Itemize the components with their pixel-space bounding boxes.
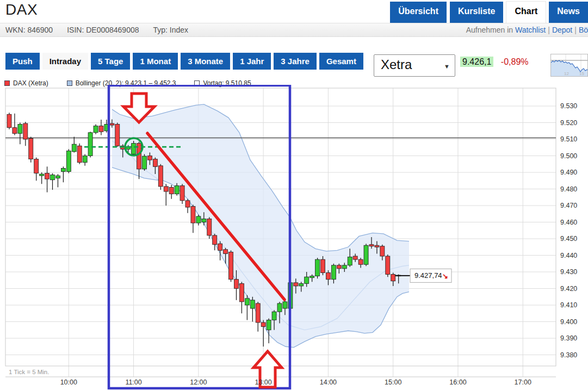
svg-text:9.480: 9.480 [560, 185, 577, 193]
intraday-candlestick-chart[interactable]: 9.427,74↘9.5309.5209.5109.5009.4909.4809… [0, 85, 588, 391]
exchange-select[interactable]: Xetra ▼ [374, 54, 455, 77]
svg-text:9.520: 9.520 [560, 119, 577, 127]
period-tab-gesamt[interactable]: Gesamt [319, 53, 363, 70]
bollinger-band [112, 104, 409, 347]
exchange-select-value: Xetra [381, 57, 412, 72]
watchlist-actions: Aufnehmen in Watchlist|Depot|Bö [466, 23, 588, 37]
svg-text:16:00: 16:00 [449, 378, 466, 386]
period-tab-5-tage[interactable]: 5 Tage [91, 53, 130, 70]
svg-text:9.427,74: 9.427,74 [414, 271, 442, 280]
period-tab-intraday[interactable]: Intraday [42, 53, 88, 70]
mini-chart-thumbnail[interactable]: 1215 [550, 54, 588, 77]
svg-text:9.490: 9.490 [560, 169, 577, 176]
typ-label: Typ: Index [153, 26, 189, 34]
boerse-link[interactable]: Bö [579, 26, 588, 34]
svg-text:9.460: 9.460 [560, 219, 577, 226]
svg-text:9.450: 9.450 [560, 235, 577, 243]
svg-text:9.530: 9.530 [560, 102, 577, 110]
depot-link[interactable]: Depot [552, 26, 572, 34]
svg-text:15: 15 [579, 71, 584, 76]
nav-tab--bersicht[interactable]: Übersicht [390, 2, 447, 23]
nav-tab-chart[interactable]: Chart [506, 2, 546, 23]
svg-text:15:00: 15:00 [385, 378, 401, 386]
period-tab-1-jahr[interactable]: 1 Jahr [233, 53, 271, 70]
svg-text:9.420: 9.420 [560, 285, 577, 293]
period-tab-1-monat[interactable]: 1 Monat [133, 53, 178, 70]
svg-text:11:00: 11:00 [125, 378, 141, 386]
svg-text:12: 12 [564, 71, 569, 76]
price-direction-down-icon: ↘ [442, 272, 448, 280]
watchlist-link[interactable]: Watchlist [515, 26, 546, 34]
svg-text:9.410: 9.410 [560, 301, 577, 309]
actions-prefix: Aufnehmen in [466, 26, 513, 34]
instrument-identifiers: WKN: 846900ISIN: DE0008469008Typ: Index [5, 23, 202, 37]
svg-text:9.510: 9.510 [560, 135, 577, 143]
period-tab-3-monate[interactable]: 3 Monate [181, 53, 230, 70]
nav-tab-partial[interactable] [584, 2, 588, 21]
svg-text:14:00: 14:00 [320, 378, 337, 386]
svg-text:17:00: 17:00 [515, 378, 531, 386]
nav-tab-news[interactable]: News [549, 2, 588, 23]
svg-text:9.500: 9.500 [560, 152, 577, 160]
svg-text:9.390: 9.390 [560, 334, 577, 342]
period-tab-push[interactable]: Push [5, 53, 40, 70]
last-price-label: 9.427,74↘ [410, 269, 451, 282]
nav-tabs: ÜbersichtKurslisteChartNews [390, 2, 588, 23]
svg-text:9.430: 9.430 [560, 268, 577, 276]
period-tab-3-jahre[interactable]: 3 Jahre [274, 53, 317, 70]
quote-block: 9.426,1 -0,89% [460, 57, 529, 67]
change-percent: -0,89% [501, 57, 529, 66]
svg-text:9.380: 9.380 [560, 351, 577, 359]
isin-label: ISIN: DE0008469008 [67, 26, 139, 34]
last-price: 9.426,1 [460, 57, 493, 67]
sparkline: 1215 [551, 54, 587, 76]
svg-text:13:00: 13:00 [255, 378, 271, 386]
chevron-down-icon: ▼ [444, 63, 450, 70]
svg-text:9.470: 9.470 [560, 202, 577, 209]
wkn-label: WKN: 846900 [5, 26, 53, 34]
svg-text:10:00: 10:00 [60, 378, 77, 386]
svg-text:9.400: 9.400 [560, 318, 577, 326]
svg-text:9.440: 9.440 [560, 252, 577, 259]
period-tabs: PushIntraday5 Tage1 Monat3 Monate1 Jahr3… [5, 53, 363, 70]
page-title: DAX [5, 1, 38, 18]
nav-tab-kursliste[interactable]: Kursliste [450, 2, 503, 23]
instrument-info-bar: WKN: 846900ISIN: DE0008469008Typ: Index … [0, 23, 588, 37]
svg-text:12:00: 12:00 [190, 378, 207, 386]
tick-interval-note: 1 Tick = 5 Min. [9, 369, 49, 375]
